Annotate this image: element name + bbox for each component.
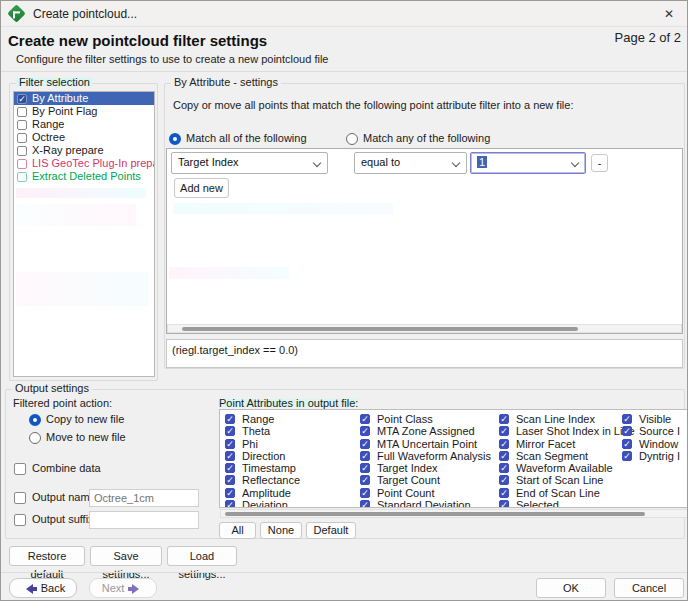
filter-item-octree[interactable]: Octree	[14, 131, 154, 144]
filter-item-by-attribute[interactable]: ✓ By Attribute	[14, 92, 154, 105]
checkbox-icon	[17, 133, 27, 143]
attr-checkbox-item[interactable]: ✓Start of Scan Line	[499, 474, 635, 486]
filter-item-by-point-flag[interactable]: By Point Flag	[14, 105, 154, 118]
attr-checkbox-item[interactable]: ✓Visible	[622, 413, 680, 425]
checkbox-checked-icon: ✓	[225, 500, 235, 508]
radio-icon	[29, 432, 41, 444]
none-button[interactable]: None	[260, 522, 302, 539]
checkbox-icon	[17, 159, 27, 169]
attr-checkbox-item[interactable]: ✓Laser Shot Index in Line	[499, 425, 635, 437]
output-settings-label: Output settings	[12, 382, 92, 394]
all-button[interactable]: All	[219, 522, 256, 539]
checkbox-checked-icon: ✓	[225, 439, 235, 449]
add-new-button[interactable]: Add new	[174, 178, 229, 198]
checkbox-icon	[14, 514, 26, 526]
attr-checkbox-item[interactable]: ✓Direction	[225, 450, 300, 462]
copy-to-new-file-radio[interactable]: Copy to new file	[29, 413, 124, 426]
checkbox-checked-icon: ✓	[622, 426, 632, 436]
attr-checkbox-item[interactable]: ✓Theta	[225, 425, 300, 437]
attr-checkbox-item[interactable]: ✓Point Count	[360, 487, 491, 499]
attr-checkbox-item[interactable]: ✓Target Count	[360, 474, 491, 486]
checkbox-checked-icon: ✓	[225, 414, 235, 424]
attr-checkbox-item[interactable]: ✓Point Class	[360, 413, 491, 425]
attr-checkbox-item[interactable]: ✓Amplitude	[225, 487, 300, 499]
attribute-select[interactable]: Target Index	[171, 152, 328, 174]
attr-checkbox-item[interactable]: ✓Deviation	[225, 499, 300, 508]
cancel-button[interactable]: Cancel	[614, 578, 684, 598]
checkbox-checked-icon: ✓	[360, 463, 370, 473]
checkbox-checked-icon: ✓	[499, 463, 509, 473]
ghost-artifact	[173, 203, 393, 214]
filter-selection-list[interactable]: ✓ By Attribute By Point Flag Range Octre…	[13, 91, 155, 377]
chevron-down-icon	[452, 159, 460, 167]
checkbox-checked-icon: ✓	[499, 439, 509, 449]
attr-checkbox-item[interactable]: ✓Waveform Available	[499, 462, 635, 474]
attr-checkbox-item[interactable]: ✓Reflectance	[225, 474, 300, 486]
match-all-radio[interactable]: Match all of the following	[169, 132, 307, 145]
back-button[interactable]: Back	[9, 578, 77, 598]
attr-checkbox-item[interactable]: ✓Dyntrig I	[622, 450, 680, 462]
window-title: Create pointcloud...	[33, 7, 137, 21]
attr-checkbox-item[interactable]: ✓End of Scan Line	[499, 487, 635, 499]
attr-checkbox-item[interactable]: ✓Timestamp	[225, 462, 300, 474]
attr-checkbox-item[interactable]: ✓Mirror Facet	[499, 438, 635, 450]
output-name-input[interactable]	[89, 489, 199, 507]
filter-rows-hscrollbar[interactable]	[167, 324, 682, 333]
header-divider	[1, 71, 687, 72]
output-name-checkbox[interactable]: Output name:	[14, 491, 99, 504]
checkbox-checked-icon: ✓	[622, 414, 632, 424]
restore-default-button[interactable]: Restore default	[9, 546, 85, 566]
attr-checkbox-item[interactable]: ✓Source I	[622, 425, 680, 437]
attr-checkbox-item[interactable]: ✓MTA Zone Assigned	[360, 425, 491, 437]
attr-checkbox-item[interactable]: ✓Phi	[225, 438, 300, 450]
attr-checkbox-item[interactable]: ✓Target Index	[360, 462, 491, 474]
scrollbar-thumb[interactable]	[225, 512, 645, 516]
match-any-radio[interactable]: Match any of the following	[346, 132, 490, 145]
attr-checkbox-item[interactable]: ✓Range	[225, 413, 300, 425]
filter-item-range[interactable]: Range	[14, 118, 154, 131]
radio-icon	[346, 133, 358, 145]
create-pointcloud-dialog: Create pointcloud... ✕ Create new pointc…	[0, 0, 688, 601]
page-indicator: Page 2 of 2	[615, 30, 682, 45]
attr-checkbox-item[interactable]: ✓Scan Line Index	[499, 413, 635, 425]
ok-button[interactable]: OK	[536, 578, 606, 598]
checkbox-checked-icon: ✓	[360, 488, 370, 498]
checkbox-checked-icon: ✓	[622, 451, 632, 461]
attributes-hscrollbar[interactable]	[220, 509, 688, 518]
operator-select[interactable]: equal to	[354, 152, 467, 174]
combine-data-checkbox[interactable]: Combine data	[14, 462, 101, 475]
move-to-new-file-radio[interactable]: Move to new file	[29, 431, 126, 444]
checkbox-icon	[14, 492, 26, 504]
attr-checkbox-item[interactable]: ✓Scan Segment	[499, 450, 635, 462]
checkbox-checked-icon: ✓	[622, 439, 632, 449]
output-suffix-checkbox[interactable]: Output suffix:	[14, 513, 97, 526]
filter-item-lis-geotec[interactable]: LIS GeoTec Plug-In prepare	[14, 157, 154, 170]
attr-checkbox-item[interactable]: ✓MTA Uncertain Point	[360, 438, 491, 450]
attr-checkbox-item[interactable]: ✓Window	[622, 438, 680, 450]
load-settings-button[interactable]: Load settings...	[167, 546, 237, 566]
filter-item-xray-prepare[interactable]: X-Ray prepare	[14, 144, 154, 157]
footer-divider	[1, 572, 687, 573]
checkbox-checked-icon: ✓	[499, 451, 509, 461]
close-icon[interactable]: ✕	[659, 5, 679, 23]
attr-checkbox-item[interactable]: ✓Full Waveform Analysis	[360, 450, 491, 462]
value-combo[interactable]: 1	[470, 152, 586, 174]
output-suffix-input[interactable]	[89, 511, 199, 529]
remove-row-button[interactable]: -	[591, 154, 608, 172]
chevron-down-icon	[313, 159, 321, 167]
scrollbar-thumb[interactable]	[182, 327, 578, 331]
point-attributes-panel: ✓Range ✓Theta ✓Phi ✓Direction ✓Timestamp…	[219, 409, 688, 508]
radio-selected-icon	[29, 414, 41, 426]
attr-column-3: ✓Scan Line Index ✓Laser Shot Index in Li…	[499, 413, 635, 508]
filter-item-extract-deleted[interactable]: Extract Deleted Points	[14, 170, 154, 183]
save-settings-button[interactable]: Save settings...	[90, 546, 162, 566]
checkbox-checked-icon: ✓	[225, 451, 235, 461]
checkbox-checked-icon: ✓	[360, 439, 370, 449]
next-button-disabled[interactable]: Next	[89, 578, 157, 598]
checkbox-icon	[14, 463, 26, 475]
filter-selection-label: Filter selection	[16, 76, 93, 88]
attr-column-1: ✓Range ✓Theta ✓Phi ✓Direction ✓Timestamp…	[225, 413, 300, 508]
attr-checkbox-item[interactable]: ✓Standard Deviation	[360, 499, 491, 508]
default-button[interactable]: Default	[306, 522, 356, 539]
attr-checkbox-item[interactable]: ✓Selected	[499, 499, 635, 508]
